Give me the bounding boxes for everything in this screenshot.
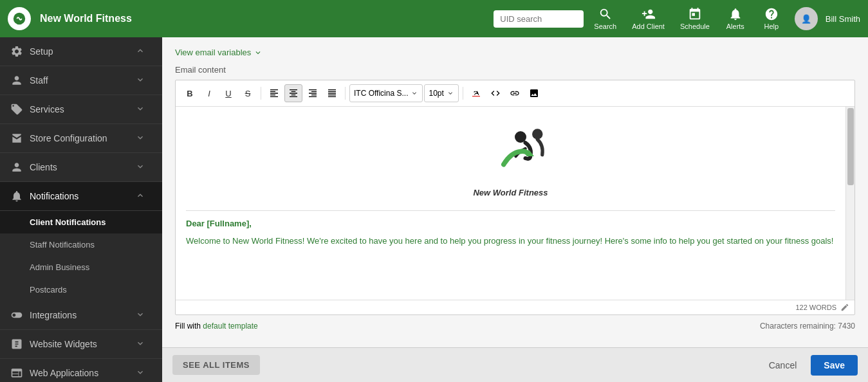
view-email-variables-label: View email variables <box>175 48 251 57</box>
staff-notifications-label: Staff Notifications <box>30 240 95 250</box>
strikethrough-button[interactable]: S <box>239 84 257 102</box>
help-label: Help <box>764 23 779 30</box>
sidebar-store-label: Store Configuration <box>30 133 135 143</box>
footer-actions: Cancel Save <box>761 355 858 376</box>
sidebar: Setup Staff Services Store Configuration <box>0 37 162 382</box>
toolbar-separator-1 <box>261 87 261 100</box>
sidebar-item-integrations[interactable]: Integrations <box>0 301 162 330</box>
sidebar-staff-label: Staff <box>30 75 135 86</box>
email-dear-text: Dear [Fullname], <box>186 219 252 228</box>
web-applications-chevron-icon <box>135 367 152 379</box>
default-template-link[interactable]: default template <box>203 322 257 331</box>
services-chevron-icon <box>135 104 152 116</box>
svg-rect-1 <box>472 96 480 96</box>
email-divider <box>186 210 835 211</box>
content-area: View email variables Email content B I U… <box>162 37 868 382</box>
sidebar-integrations-label: Integrations <box>30 310 135 320</box>
schedule-label: Schedule <box>680 23 710 30</box>
sidebar-sub-admin-business[interactable]: Admin Business <box>0 256 162 278</box>
sidebar-item-store-configuration[interactable]: Store Configuration <box>0 124 162 153</box>
add-client-nav-action[interactable]: Add Client <box>627 5 670 33</box>
word-count-bar: 122 WORDS <box>176 300 854 314</box>
see-all-items-button[interactable]: SEE ALL ITEMS <box>172 355 260 375</box>
cancel-button[interactable]: Cancel <box>761 355 805 376</box>
editor-content[interactable]: New World Fitness Dear [Fullname], Welco… <box>176 107 854 300</box>
email-logo-image <box>463 117 559 188</box>
underline-button[interactable]: U <box>219 84 237 102</box>
alerts-nav-action[interactable]: Alerts <box>720 5 751 33</box>
notifications-chevron-icon <box>135 190 152 203</box>
chars-remaining: Characters remaining: 7430 <box>760 322 855 331</box>
email-editor: B I U S <box>175 80 855 315</box>
editor-toolbar: B I U S <box>176 80 854 107</box>
user-avatar[interactable]: 👤 <box>795 7 818 30</box>
email-logo-area: New World Fitness <box>186 117 835 197</box>
clients-chevron-icon <box>135 161 152 174</box>
integrations-chevron-icon <box>135 309 152 322</box>
editor-scrollbar[interactable] <box>845 107 854 300</box>
staff-chevron-icon <box>135 75 152 87</box>
navbar: New World Fitness Search Add Client Sche… <box>0 0 868 37</box>
toolbar-separator-2 <box>345 87 346 100</box>
email-brand-name: New World Fitness <box>473 188 548 197</box>
sidebar-item-setup[interactable]: Setup <box>0 37 162 66</box>
font-size-select[interactable]: 10pt <box>424 84 458 102</box>
schedule-nav-action[interactable]: Schedule <box>675 5 715 33</box>
editor-body: New World Fitness Dear [Fullname], Welco… <box>176 107 854 300</box>
sidebar-services-label: Services <box>30 104 135 114</box>
sidebar-item-clients[interactable]: Clients <box>0 153 162 182</box>
sidebar-web-applications-label: Web Applications <box>30 368 135 378</box>
uid-search-input[interactable] <box>494 10 584 28</box>
sidebar-sub-postcards[interactable]: Postcards <box>0 278 162 301</box>
postcards-label: Postcards <box>30 285 67 295</box>
bold-button[interactable]: B <box>181 84 199 102</box>
store-chevron-icon <box>135 132 152 145</box>
search-label: Search <box>594 23 616 30</box>
edit-icon[interactable] <box>840 303 849 312</box>
align-right-button[interactable] <box>304 84 322 102</box>
sidebar-setup-label: Setup <box>30 46 135 57</box>
sidebar-website-widgets-label: Website Widgets <box>30 339 135 349</box>
align-center-button[interactable] <box>284 84 302 102</box>
font-name-select[interactable]: ITC Officina S... <box>349 84 423 102</box>
align-left-button[interactable] <box>265 84 283 102</box>
user-name: Bill Smith <box>826 14 860 24</box>
main-layout: Setup Staff Services Store Configuration <box>0 37 868 382</box>
font-name-value: ITC Officina S... <box>354 89 408 98</box>
fill-with-text: Fill with default template <box>175 322 258 331</box>
editor-scrollbar-thumb[interactable] <box>847 108 854 185</box>
link-button[interactable] <box>506 84 524 102</box>
email-body-text: Welcome to New World Fitness! We're exci… <box>186 235 835 248</box>
align-justify-button[interactable] <box>323 84 341 102</box>
toolbar-separator-3 <box>463 87 463 100</box>
add-client-label: Add Client <box>632 23 665 30</box>
view-email-variables-btn[interactable]: View email variables <box>175 48 855 57</box>
admin-business-label: Admin Business <box>30 262 89 272</box>
source-code-button[interactable] <box>486 84 504 102</box>
image-button[interactable] <box>525 84 543 102</box>
sidebar-sub-staff-notifications[interactable]: Staff Notifications <box>0 233 162 256</box>
client-notifications-label: Client Notifications <box>30 217 106 227</box>
search-nav-action[interactable]: Search <box>589 5 622 33</box>
word-count: 122 WORDS <box>795 304 836 311</box>
italic-button[interactable]: I <box>200 84 218 102</box>
sidebar-item-staff[interactable]: Staff <box>0 66 162 95</box>
sidebar-notifications-label: Notifications <box>30 191 135 201</box>
sidebar-clients-label: Clients <box>30 162 135 172</box>
sidebar-item-website-widgets[interactable]: Website Widgets <box>0 330 162 359</box>
save-button[interactable]: Save <box>811 355 858 376</box>
text-color-button[interactable] <box>467 84 485 102</box>
website-widgets-chevron-icon <box>135 338 152 350</box>
sidebar-item-services[interactable]: Services <box>0 95 162 124</box>
sidebar-item-web-applications[interactable]: Web Applications <box>0 359 162 382</box>
alerts-label: Alerts <box>726 23 744 30</box>
font-size-value: 10pt <box>429 89 443 98</box>
fill-default-row: Fill with default template Characters re… <box>175 315 855 333</box>
email-dear: Dear [Fullname], <box>186 219 835 228</box>
sidebar-sub-client-notifications[interactable]: Client Notifications <box>0 211 162 233</box>
content-scroll: View email variables Email content B I U… <box>162 37 868 347</box>
sidebar-item-notifications[interactable]: Notifications <box>0 182 162 211</box>
brand-name: New World Fitness <box>40 13 132 24</box>
help-nav-action[interactable]: Help <box>756 5 787 33</box>
app-logo <box>8 7 31 30</box>
